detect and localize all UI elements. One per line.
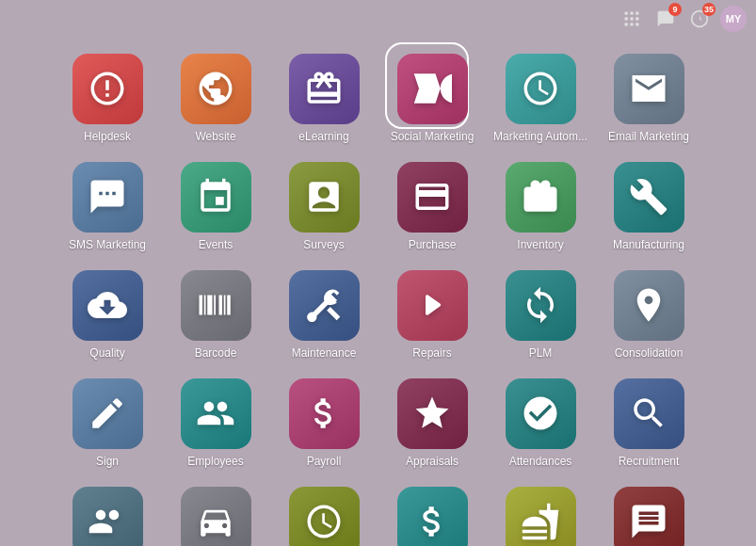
message-badge: 9: [668, 3, 682, 16]
email-marketing-label: Email Marketing: [608, 130, 689, 143]
app-time-off[interactable]: Time Off: [272, 480, 376, 546]
expenses-icon-wrap: [397, 487, 468, 546]
svg-rect-3: [625, 17, 628, 20]
app-helpdesk[interactable]: Helpdesk: [56, 47, 159, 151]
plm-icon-wrap: [506, 270, 576, 341]
app-surveys[interactable]: Surveys: [272, 155, 376, 259]
events-label: Events: [199, 238, 233, 251]
events-icon-wrap: [181, 162, 251, 233]
consolidation-icon-wrap: [614, 270, 684, 341]
app-elearning[interactable]: eLearning: [272, 47, 376, 151]
elearning-label: eLearning: [298, 130, 348, 143]
repairs-label: Repairs: [412, 346, 451, 360]
social-marketing-label: Social Marketing: [391, 130, 475, 143]
app-live-chat[interactable]: Live Chat: [597, 480, 700, 546]
app-attendances[interactable]: Attendances: [489, 372, 592, 475]
app-consolidation[interactable]: Consolidation: [597, 264, 700, 367]
fleet-icon-wrap: [181, 487, 251, 546]
helpdesk-icon-wrap: [72, 54, 143, 124]
svg-rect-5: [635, 17, 638, 20]
appraisals-icon-wrap: [397, 378, 468, 449]
app-purchase[interactable]: Purchase: [380, 155, 484, 259]
maintenance-icon-wrap: [289, 270, 360, 341]
appraisals-label: Appraisals: [406, 455, 458, 468]
time-off-icon-wrap: [289, 487, 360, 546]
app-social-marketing[interactable]: Social Marketing: [380, 47, 484, 151]
email-marketing-icon-wrap: [614, 54, 684, 124]
manufacturing-label: Manufacturing: [613, 238, 684, 251]
clock-icon[interactable]: 35: [686, 6, 713, 32]
inventory-icon-wrap: [506, 162, 576, 233]
sign-label: Sign: [96, 455, 119, 468]
inventory-label: Inventory: [517, 238, 563, 251]
app-recruitment[interactable]: Recruitment: [597, 372, 700, 475]
svg-rect-8: [635, 23, 638, 25]
attendances-label: Attendances: [509, 455, 572, 468]
app-grid: Helpdesk Website eLearning Social Market…: [0, 38, 756, 546]
app-sms-marketing[interactable]: SMS Marketing: [56, 155, 159, 259]
barcode-label: Barcode: [195, 346, 237, 360]
app-email-marketing[interactable]: Email Marketing: [597, 47, 700, 151]
recruitment-icon-wrap: [614, 378, 684, 449]
app-plm[interactable]: PLM: [489, 264, 592, 367]
app-lunch[interactable]: Lunch: [489, 480, 592, 546]
sms-marketing-icon-wrap: [72, 162, 143, 233]
manufacturing-icon-wrap: [614, 162, 684, 233]
live-chat-icon-wrap: [614, 487, 684, 546]
app-fleet[interactable]: Fleet: [164, 480, 267, 546]
user-avatar[interactable]: MY: [720, 6, 747, 32]
marketing-autom-label: Marketing Autom...: [493, 130, 587, 143]
sms-marketing-label: SMS Marketing: [69, 238, 146, 251]
marketing-autom-icon-wrap: [506, 54, 576, 124]
surveys-label: Surveys: [303, 238, 344, 251]
app-appraisals[interactable]: Appraisals: [380, 372, 484, 475]
app-employees[interactable]: Employees: [164, 372, 267, 475]
employees-label: Employees: [187, 455, 243, 468]
app-expenses[interactable]: Expenses: [380, 480, 484, 546]
maintenance-label: Maintenance: [292, 346, 357, 360]
clock-badge: 35: [702, 3, 716, 16]
referrals-icon-wrap: [72, 487, 143, 546]
message-icon[interactable]: 9: [652, 6, 679, 32]
surveys-icon-wrap: [289, 162, 360, 233]
app-events[interactable]: Events: [164, 155, 267, 259]
website-label: Website: [195, 130, 235, 143]
app-inventory[interactable]: Inventory: [489, 155, 592, 259]
app-referrals[interactable]: Referrals: [56, 480, 159, 546]
payroll-icon-wrap: [289, 378, 360, 449]
website-icon-wrap: [181, 54, 251, 124]
social-marketing-icon-wrap: [397, 54, 468, 124]
repairs-icon-wrap: [397, 270, 468, 341]
app-maintenance[interactable]: Maintenance: [272, 264, 376, 367]
svg-rect-4: [630, 17, 633, 20]
attendances-icon-wrap: [506, 378, 576, 449]
apps-icon[interactable]: [619, 6, 645, 32]
app-marketing-autom[interactable]: Marketing Autom...: [489, 47, 592, 151]
plm-label: PLM: [529, 346, 553, 360]
employees-icon-wrap: [181, 378, 251, 449]
purchase-icon-wrap: [397, 162, 468, 233]
quality-icon-wrap: [72, 270, 143, 341]
recruitment-label: Recruitment: [619, 455, 680, 468]
sign-icon-wrap: [72, 378, 143, 449]
app-repairs[interactable]: Repairs: [380, 264, 484, 367]
consolidation-label: Consolidation: [615, 346, 684, 360]
svg-rect-7: [630, 23, 633, 25]
app-website[interactable]: Website: [164, 47, 267, 151]
svg-rect-1: [630, 12, 633, 15]
elearning-icon-wrap: [289, 54, 360, 124]
app-quality[interactable]: Quality: [56, 264, 159, 367]
app-sign[interactable]: Sign: [56, 372, 159, 475]
quality-label: Quality: [89, 346, 124, 360]
svg-rect-0: [625, 12, 628, 15]
top-bar: 9 35 MY: [0, 0, 756, 38]
app-manufacturing[interactable]: Manufacturing: [597, 155, 700, 259]
svg-rect-6: [625, 23, 628, 25]
app-payroll[interactable]: Payroll: [272, 372, 376, 475]
svg-rect-2: [635, 12, 638, 15]
app-barcode[interactable]: Barcode: [164, 264, 267, 367]
barcode-icon-wrap: [181, 270, 251, 341]
lunch-icon-wrap: [506, 487, 576, 546]
helpdesk-label: Helpdesk: [84, 130, 131, 143]
payroll-label: Payroll: [307, 455, 342, 468]
